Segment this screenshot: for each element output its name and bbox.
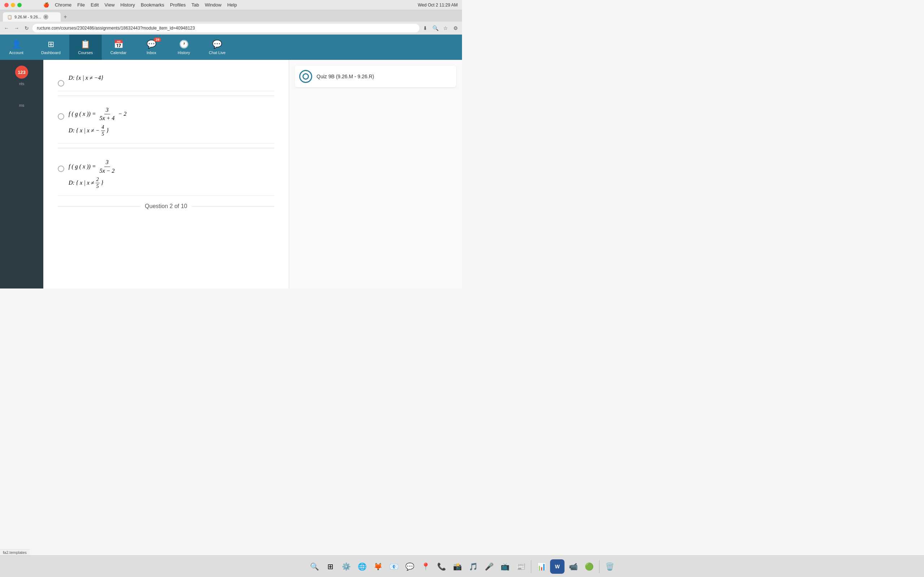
answer-option-2[interactable]: f(g(x)) = 3 5x + 4 − 2 D: { x | x: [58, 100, 274, 143]
title-bar: 🍎 Chrome File Edit View History Bookmark…: [0, 0, 462, 10]
domain-2: D: { x | x ≠ − 4 5 }: [69, 124, 274, 137]
address-bar-row: ← → ↻ ructure.com/courses/2302486/assign…: [0, 22, 462, 35]
dashboard-icon: ⊞: [48, 40, 54, 49]
divider-2: [58, 148, 274, 148]
back-button[interactable]: ←: [3, 24, 10, 32]
nav-chat-live[interactable]: 💬 Chat Live: [200, 35, 234, 60]
active-tab[interactable]: 📋 9.26.M - 9.26... ×: [3, 12, 61, 22]
right-panel: Quiz 9B (9.26.M - 9.26.R): [289, 60, 462, 288]
sidebar-text: nts: [19, 82, 24, 86]
extensions-icon[interactable]: ⚙: [452, 24, 459, 32]
main-content: 123 nts ms D: {x | x ≠ −4} f(g: [0, 60, 462, 288]
tab-bar: 📋 9.26.M - 9.26... × +: [0, 10, 462, 22]
menu-bar: 🍎 Chrome File Edit View History Bookmark…: [43, 2, 237, 8]
menu-edit[interactable]: Edit: [90, 2, 99, 8]
close-button[interactable]: [4, 3, 9, 7]
formula-3a: f(g(x)) = 3 5x − 2: [69, 158, 274, 175]
courses-label: Courses: [78, 50, 93, 55]
tab-favicon: 📋: [7, 15, 12, 19]
math-content-1: D: {x | x ≠ −4}: [69, 71, 274, 85]
radio-option-3[interactable]: [58, 166, 64, 172]
apple-menu[interactable]: 🍎: [43, 2, 49, 8]
datetime: Wed Oct 2 11:29 AM: [418, 3, 458, 8]
nav-inbox[interactable]: 💬 29 Inbox: [135, 35, 168, 60]
nav-account[interactable]: 👤 Account: [0, 35, 32, 60]
tab-close-button[interactable]: ×: [43, 15, 48, 19]
account-icon: 👤: [11, 40, 21, 49]
calendar-icon: 📅: [114, 40, 123, 49]
download-icon[interactable]: ⬇: [422, 24, 429, 32]
forward-button[interactable]: →: [13, 24, 20, 32]
dashboard-label: Dashboard: [41, 50, 61, 55]
nav-courses[interactable]: 📋 Courses: [69, 35, 102, 60]
radio-option-2[interactable]: [58, 113, 64, 120]
window-controls: [4, 3, 22, 7]
account-label: Account: [9, 50, 23, 55]
menu-help[interactable]: Help: [228, 2, 237, 8]
bookmark-icon[interactable]: ☆: [442, 24, 449, 32]
question-number: Question 2 of 10: [145, 203, 187, 210]
sidebar-text-2: ms: [19, 103, 24, 108]
calendar-label: Calendar: [110, 50, 127, 55]
quiz-content[interactable]: D: {x | x ≠ −4} f(g(x)) = 3 5x + 4 − 2: [43, 60, 289, 288]
radio-option-1[interactable]: [58, 80, 64, 87]
search-icon[interactable]: 🔍: [432, 24, 439, 32]
menu-history[interactable]: History: [121, 2, 135, 8]
url-bar[interactable]: ructure.com/courses/2302486/assignments/…: [32, 24, 419, 32]
math-content-2: f(g(x)) = 3 5x + 4 − 2 D: { x | x: [69, 105, 274, 139]
nav-history[interactable]: 🕐 History: [168, 35, 200, 60]
menu-profiles[interactable]: Profiles: [170, 2, 186, 8]
quiz-item[interactable]: Quiz 9B (9.26.M - 9.26.R): [295, 66, 456, 87]
divider-1: [58, 95, 274, 96]
menu-tab[interactable]: Tab: [191, 2, 199, 8]
quiz-item-icon-inner: [302, 73, 309, 80]
toolbar-buttons: ⬇ 🔍 ☆ ⚙: [422, 24, 459, 32]
menu-chrome[interactable]: Chrome: [55, 2, 71, 8]
answer-option-3[interactable]: f(g(x)) = 3 5x − 2 D: { x | x ≠: [58, 153, 274, 196]
reload-button[interactable]: ↻: [23, 24, 30, 32]
answer-option-1[interactable]: D: {x | x ≠ −4}: [58, 67, 274, 91]
chat-live-label: Chat Live: [208, 50, 225, 55]
history-label: History: [178, 50, 190, 55]
inbox-label: Inbox: [147, 50, 156, 55]
menu-bookmarks[interactable]: Bookmarks: [141, 2, 164, 8]
menu-window[interactable]: Window: [205, 2, 221, 8]
courses-icon: 📋: [81, 40, 90, 49]
tab-title: 9.26.M - 9.26...: [15, 15, 41, 19]
nav-calendar[interactable]: 📅 Calendar: [102, 35, 135, 60]
menu-file[interactable]: File: [77, 2, 85, 8]
chat-live-icon: 💬: [212, 40, 222, 49]
formula-2a: f(g(x)) = 3 5x + 4 − 2: [69, 106, 274, 122]
nav-buttons: ← → ↻: [3, 24, 30, 32]
menu-view[interactable]: View: [105, 2, 115, 8]
left-sidebar: 123 nts ms: [0, 60, 43, 288]
new-tab-button[interactable]: +: [61, 12, 70, 22]
quiz-item-title: Quiz 9B (9.26.M - 9.26.R): [317, 74, 374, 79]
inbox-badge: 29: [154, 37, 161, 42]
formula-1: D: {x | x ≠ −4}: [69, 73, 274, 83]
url-text: ructure.com/courses/2302486/assignments/…: [37, 26, 195, 31]
history-icon: 🕐: [179, 40, 189, 49]
maximize-button[interactable]: [17, 3, 22, 7]
math-content-3: f(g(x)) = 3 5x − 2 D: { x | x ≠: [69, 157, 274, 191]
system-tray: Wed Oct 2 11:29 AM: [418, 3, 458, 8]
minimize-button[interactable]: [11, 3, 15, 7]
canvas-nav: 👤 Account ⊞ Dashboard 📋 Courses 📅 Calend…: [0, 35, 462, 60]
nav-dashboard[interactable]: ⊞ Dashboard: [32, 35, 69, 60]
quiz-item-icon: [299, 70, 312, 83]
sidebar-badge: 123: [15, 66, 28, 79]
question-header: Question 2 of 10: [58, 203, 274, 210]
domain-3: D: { x | x ≠ 2 5 }: [69, 176, 274, 190]
